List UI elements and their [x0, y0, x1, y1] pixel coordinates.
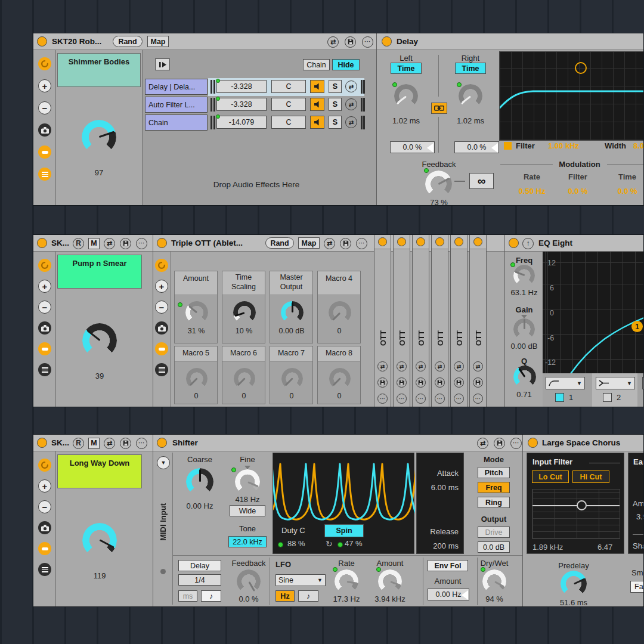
band1-number[interactable]: 1	[569, 393, 573, 402]
hot-swap-icon[interactable]: ⇄	[324, 238, 335, 249]
more-options-icon[interactable]: ···	[454, 394, 464, 404]
fine-knob[interactable]	[235, 469, 260, 494]
mod-rate-value[interactable]: 0.50 Hz	[519, 187, 546, 196]
macro-map-mode-icon[interactable]	[38, 259, 51, 272]
device-on-led[interactable]	[157, 238, 167, 248]
stereo-link-icon[interactable]	[431, 103, 447, 114]
delay-right-time-knob[interactable]	[459, 84, 482, 108]
expanded-view-icon[interactable]: ↑	[522, 238, 534, 249]
save-preset-icon[interactable]	[120, 238, 131, 249]
input-filter-freq[interactable]: 1.89 kHz	[532, 543, 563, 552]
delay-left-time-mode-button[interactable]: Time	[391, 63, 422, 74]
chain-activator-speaker-icon[interactable]	[310, 98, 324, 111]
delay-ms-toggle[interactable]: ms	[178, 590, 197, 602]
band1-filter-type-dropdown[interactable]: ▼	[546, 377, 585, 389]
delay-filter-display[interactable]	[499, 51, 644, 141]
save-preset-icon[interactable]	[473, 377, 483, 388]
width-value[interactable]: 8.0	[633, 141, 644, 150]
collapsed-device-title[interactable]: OTT	[455, 330, 464, 346]
chain-name[interactable]: Auto Filter L...	[145, 97, 208, 113]
remove-macro-icon[interactable]: −	[155, 301, 168, 314]
shifter-feedback-value[interactable]: 0.0 %	[239, 595, 258, 603]
predelay-value[interactable]: 51.6 ms	[560, 598, 587, 607]
save-preset-icon[interactable]	[454, 377, 464, 388]
eq-freq-knob[interactable]	[513, 265, 535, 286]
collapsed-device-title[interactable]: OTT	[379, 330, 388, 346]
macro-knob[interactable]	[234, 368, 255, 389]
eq-gain-value[interactable]: 0.00 dB	[511, 342, 538, 351]
save-preset-icon[interactable]	[397, 377, 407, 388]
map-button[interactable]: Map	[147, 36, 169, 47]
lfo-hz-toggle[interactable]: Hz	[275, 590, 295, 602]
chorus-amount-value[interactable]: 3.9	[636, 512, 644, 521]
input-filter-graph[interactable]	[532, 489, 620, 539]
eq-q-knob[interactable]	[513, 366, 536, 388]
device-on-led[interactable]	[382, 36, 392, 47]
device-on-led[interactable]	[416, 237, 425, 246]
macro-knob[interactable]	[233, 301, 256, 324]
delay-left-offset[interactable]: 0.0 %	[390, 141, 435, 153]
shifter-feedback-knob[interactable]	[237, 569, 261, 593]
chain-row[interactable]: Delay | Dela... -3.328 C S ⇄	[145, 79, 364, 95]
chain-solo-button[interactable]: S	[329, 98, 342, 111]
collapsed-device-title[interactable]: OTT	[417, 330, 426, 346]
device-title[interactable]: Delay	[397, 37, 418, 46]
collapsed-device-ott[interactable]: OTT ⇄ ···	[374, 235, 391, 407]
collapsed-device-title[interactable]: OTT	[474, 330, 483, 346]
chain-row[interactable]: Auto Filter L... -3.328 C S ⇄	[145, 97, 364, 113]
chain-name[interactable]: Delay | Dela...	[145, 79, 208, 95]
show-chain-list-icon[interactable]	[38, 168, 51, 181]
hot-swap-icon[interactable]: ⇄	[104, 238, 115, 249]
hot-swap-icon[interactable]: ⇄	[104, 438, 115, 449]
save-preset-icon[interactable]	[120, 438, 131, 449]
more-options-icon[interactable]: ···	[397, 394, 407, 404]
device-title[interactable]: EQ Eight	[538, 239, 572, 247]
env-follower-button[interactable]: Env Fol	[428, 560, 468, 571]
band2-enable-square[interactable]	[603, 393, 612, 402]
input-filter-q[interactable]: 6.47	[597, 543, 612, 552]
lfo-waveform-dropdown[interactable]: Sine▼	[275, 574, 326, 586]
attack-value[interactable]: 6.00 ms	[417, 483, 459, 492]
macro-map-mode-icon[interactable]	[38, 459, 51, 472]
chain-volume[interactable]: -3.328	[216, 98, 267, 111]
collapsed-device-title[interactable]: OTT	[436, 330, 445, 346]
collapsed-device-ott[interactable]: OTT ⇄ ···	[412, 235, 429, 407]
chain-row[interactable]: Chain -14.079 C S ⇄	[145, 114, 364, 131]
macro-variation-camera-icon[interactable]	[38, 321, 51, 335]
add-macro-icon[interactable]: +	[155, 280, 168, 293]
chain-solo-button[interactable]: S	[329, 80, 342, 93]
device-on-led[interactable]	[157, 438, 167, 448]
hot-swap-icon[interactable]: ⇄	[435, 361, 445, 371]
wide-button[interactable]: Wide	[230, 505, 265, 516]
band2-filter-type-dropdown[interactable]: ▼	[596, 377, 635, 389]
eq-curve-display[interactable]: 12 6 0 -6 -12 1	[543, 252, 644, 373]
predelay-knob[interactable]	[561, 571, 587, 597]
lfo-sync-note-toggle[interactable]: ♪	[298, 590, 318, 602]
more-options-icon[interactable]: ···	[416, 394, 426, 404]
filter-freq-value[interactable]: 1.00 kHz	[548, 141, 579, 150]
hot-swap-icon[interactable]: ⇄	[416, 361, 426, 371]
map-button[interactable]: Map	[298, 237, 320, 249]
eq-gain-knob[interactable]	[513, 318, 535, 340]
macro-knob[interactable]	[329, 368, 351, 389]
chain-hot-swap-icon[interactable]: ⇄	[345, 80, 357, 92]
device-on-led[interactable]	[454, 237, 463, 246]
collapsed-device-ott[interactable]: OTT ⇄ ···	[393, 235, 410, 407]
macro-knob[interactable]	[186, 368, 208, 389]
chain-pan[interactable]: C	[271, 116, 306, 129]
more-options-icon[interactable]: ···	[362, 36, 373, 48]
remove-macro-icon[interactable]: −	[38, 101, 51, 114]
delay-right-time-mode-button[interactable]: Time	[455, 63, 486, 74]
chain-volume[interactable]: -14.079	[216, 116, 267, 129]
release-value[interactable]: 200 ms	[417, 541, 459, 550]
output-gain[interactable]: 0.0 dB	[478, 541, 510, 553]
band2-number[interactable]: 2	[617, 393, 621, 402]
hot-swap-icon[interactable]: ⇄	[397, 361, 407, 371]
collapsed-device-ott[interactable]: OTT ⇄ ···	[450, 235, 467, 407]
coarse-value[interactable]: 0.00 Hz	[187, 501, 213, 510]
chain-solo-button[interactable]: S	[329, 116, 342, 129]
chain-hot-swap-icon[interactable]: ⇄	[345, 116, 357, 128]
show-chain-list-icon[interactable]	[155, 363, 168, 376]
drive-button[interactable]: Drive	[478, 527, 510, 538]
hide-chains-button[interactable]: Hide	[332, 59, 360, 70]
